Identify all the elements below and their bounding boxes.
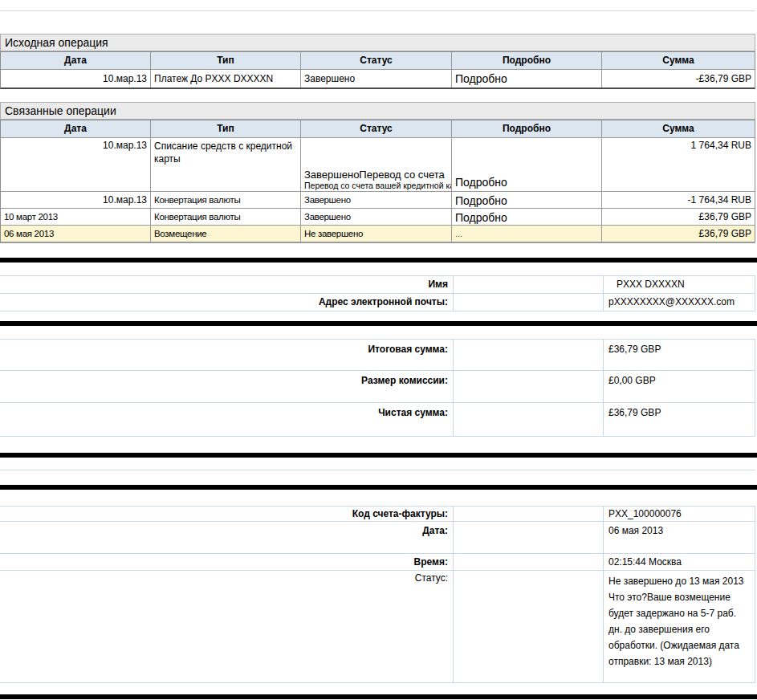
fee-row: Размер комиссии: £0,00 GBP — [0, 371, 755, 403]
related-operations-table: Дата Тип Статус Подробно Сумма 10.мар.13… — [0, 120, 755, 243]
related-date-cell: 10 март 2013 — [1, 209, 151, 225]
related-details-link[interactable]: Подробно — [452, 209, 602, 225]
empty-cell — [454, 522, 604, 553]
invoice-code-value: PXX_100000076 — [604, 507, 755, 521]
related-details-link[interactable]: Подробно — [452, 192, 602, 208]
related-type-cell: Конвертация валюты — [151, 192, 301, 208]
separator-bar — [0, 694, 757, 699]
related-row-card-charge: 10.мар.13 Списание средств с кредитной к… — [1, 137, 755, 191]
invoice-time-label: Время: — [0, 554, 454, 570]
separator-bar — [0, 485, 757, 490]
related-details-link[interactable]: Подробно — [452, 138, 602, 191]
invoice-status-row: Статус: Не завершено до 13 мая 2013 Что … — [0, 571, 755, 683]
top-divider — [0, 10, 755, 11]
original-operation-table: Дата Тип Статус Подробно Сумма 10.мар.13… — [0, 51, 755, 89]
related-type-cell: Конвертация валюты — [151, 209, 301, 225]
invoice-time-row: Время: 02:15:44 Москва — [0, 554, 755, 571]
name-value: PXXX DXXXXN — [604, 276, 755, 293]
col-header-date: Дата — [1, 52, 151, 69]
light-divider — [0, 470, 755, 470]
recipient-name-row: Имя PXXX DXXXXN — [0, 276, 755, 294]
separator-bar — [0, 321, 757, 326]
section-header-related-label: Связанные операции — [5, 104, 116, 117]
total-amount-label: Итоговая сумма: — [0, 340, 454, 370]
related-amount-cell: £36,79 GBP — [602, 226, 755, 242]
section-header-related-operations: Связанные операции — [0, 102, 755, 120]
invoice-date-row: Дата: 06 мая 2013 — [0, 522, 755, 554]
invoice-status-label: Статус: — [0, 571, 454, 682]
original-details-link[interactable]: Подробно — [452, 70, 602, 88]
invoice-date-value: 06 мая 2013 — [604, 522, 755, 553]
empty-cell — [454, 507, 604, 521]
col-header-status: Статус — [301, 120, 452, 137]
section-header-original-label: Исходная операция — [5, 36, 108, 49]
related-amount-cell: 1 764,34 RUB — [602, 138, 755, 191]
total-amount-value: £36,79 GBP — [604, 340, 755, 370]
col-header-date: Дата — [1, 120, 151, 137]
section-header-original-operation: Исходная операция — [0, 34, 755, 51]
related-date-cell: 10.мар.13 — [1, 138, 151, 191]
related-date-cell: 10.мар.13 — [1, 192, 151, 208]
empty-cell — [454, 571, 604, 682]
related-status-cell: Не завершено — [301, 226, 452, 242]
original-date-cell: 10.мар.13 — [1, 70, 151, 88]
net-amount-label: Чистая сумма: — [0, 403, 454, 436]
separator-bar — [0, 453, 757, 458]
email-value: pXXXXXXXX@XXXXXX.com — [604, 294, 755, 311]
empty-cell — [454, 403, 604, 436]
col-header-amount: Сумма — [602, 52, 755, 69]
related-row-refund-highlighted: 06 мая 2013 Возмещение Не завершено ... … — [1, 225, 755, 242]
related-status-cell: ЗавершеноПеревод со счета Перевод со сче… — [301, 138, 452, 191]
related-table-header-row: Дата Тип Статус Подробно Сумма — [1, 120, 755, 137]
col-header-details: Подробно — [452, 120, 602, 137]
related-row-conversion-2: 10 март 2013 Конвертация валюты Завершен… — [1, 208, 755, 225]
recipient-section: Имя PXXX DXXXXN Адрес электронной почты:… — [0, 275, 755, 311]
original-table-row: 10.мар.13 Платеж До PXXX DXXXXN Завершен… — [1, 69, 755, 88]
total-amount-row: Итоговая сумма: £36,79 GBP — [0, 340, 755, 371]
status-line-2: Перевод со счета вашей кредитной карты — [304, 181, 451, 190]
related-details-cell: ... — [452, 226, 602, 242]
invoice-status-value: Не завершено до 13 мая 2013 Что это?Ваше… — [604, 571, 755, 682]
related-status-cell: Завершено — [301, 192, 452, 208]
empty-cell — [454, 554, 604, 570]
recipient-email-row: Адрес электронной почты: pXXXXXXXX@XXXXX… — [0, 294, 755, 311]
invoice-code-label: Код счета-фактуры: — [0, 507, 454, 521]
transaction-details-page: Возмещение (Уникальный код операции 4XXX… — [0, 0, 757, 700]
related-status-cell: Завершено — [301, 209, 452, 225]
original-amount-cell: -£36,79 GBP — [602, 70, 755, 88]
invoice-section: Код счета-фактуры: PXX_100000076 Дата: 0… — [0, 506, 755, 683]
col-header-details: Подробно — [452, 52, 602, 69]
col-header-type: Тип — [151, 120, 301, 137]
name-label: Имя — [0, 276, 454, 293]
empty-cell — [454, 294, 604, 311]
col-header-type: Тип — [151, 52, 301, 69]
empty-cell — [454, 276, 604, 293]
invoice-date-label: Дата: — [0, 522, 454, 553]
email-label: Адрес электронной почты: — [0, 294, 454, 311]
empty-cell — [454, 371, 604, 402]
original-table-header-row: Дата Тип Статус Подробно Сумма — [1, 52, 755, 69]
related-type-cell: Возмещение — [151, 226, 301, 242]
totals-section: Итоговая сумма: £36,79 GBP Размер комисс… — [0, 339, 755, 437]
status-overflow-text: ЗавершеноПеревод со счета Перевод со сче… — [304, 169, 451, 190]
separator-bar — [0, 258, 757, 262]
related-amount-cell: -1 764,34 RUB — [602, 192, 755, 208]
related-type-cell: Списание средств с кредитной карты — [151, 138, 301, 191]
net-amount-row: Чистая сумма: £36,79 GBP — [0, 403, 755, 437]
related-row-conversion-1: 10.мар.13 Конвертация валюты Завершено П… — [1, 191, 755, 208]
status-line-1: ЗавершеноПеревод со счета — [304, 169, 451, 181]
col-header-status: Статус — [301, 52, 452, 69]
fee-label: Размер комиссии: — [0, 371, 454, 402]
original-status-cell: Завершено — [301, 70, 452, 88]
empty-cell — [454, 340, 604, 370]
invoice-time-value: 02:15:44 Москва — [604, 554, 755, 570]
related-amount-cell: £36,79 GBP — [602, 209, 755, 225]
page-title: Возмещение (Уникальный код операции 4XXX… — [3, 17, 324, 34]
related-date-cell: 06 мая 2013 — [1, 226, 151, 242]
col-header-amount: Сумма — [602, 120, 755, 137]
fee-value: £0,00 GBP — [604, 371, 755, 402]
invoice-code-row: Код счета-фактуры: PXX_100000076 — [0, 507, 755, 522]
original-type-cell: Платеж До PXXX DXXXXN — [151, 70, 301, 88]
net-amount-value: £36,79 GBP — [604, 403, 755, 436]
